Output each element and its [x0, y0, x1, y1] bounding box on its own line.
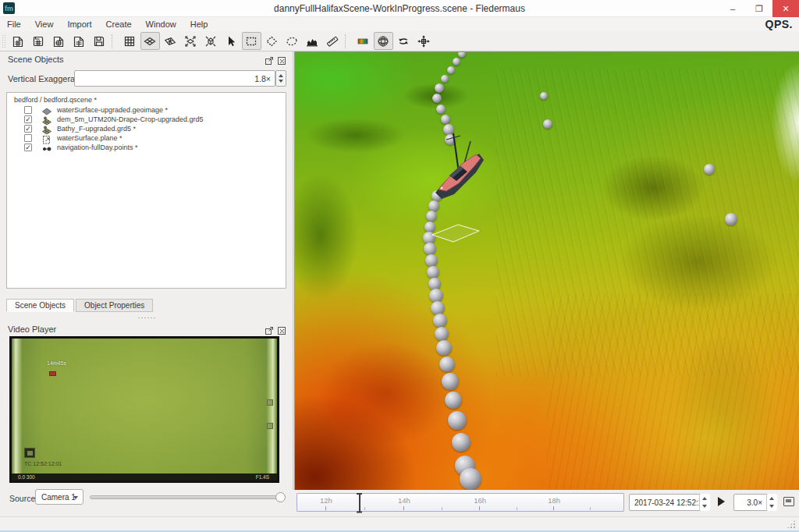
menu-view[interactable]: View: [28, 19, 61, 30]
play-button[interactable]: [718, 497, 725, 506]
stepper-up-icon[interactable]: [279, 74, 283, 77]
save-button[interactable]: [90, 32, 109, 50]
stepper-up-icon[interactable]: [702, 497, 707, 500]
dock-splitter-handle[interactable]: [137, 317, 156, 319]
stepper-down-icon[interactable]: [702, 505, 707, 508]
stepper-up-icon[interactable]: [769, 497, 774, 500]
tree-item-label[interactable]: Bathy_F-upgraded.grd5 *: [57, 125, 136, 133]
video-side-marker: [267, 399, 273, 406]
tree-item-label[interactable]: waterSurface.plane *: [57, 134, 123, 142]
tree-root-item[interactable]: bedford / bedford.qscene *: [14, 96, 97, 104]
fit-cube-button[interactable]: [201, 32, 221, 50]
chevron-down-icon: [73, 496, 78, 499]
timeline-tick-label: 14h: [396, 496, 413, 505]
pointer-tool-button[interactable]: [222, 32, 241, 50]
tab-scene-objects[interactable]: Scene Objects: [6, 299, 74, 312]
float-panel-icon[interactable]: [265, 55, 274, 64]
speed-spinbox[interactable]: 3.0×: [733, 494, 777, 511]
stepper-down-icon[interactable]: [279, 80, 283, 83]
tree-item-label[interactable]: navigation-fullDay.points *: [57, 144, 137, 151]
scene-3d-view[interactable]: [295, 51, 799, 490]
vessel-model[interactable]: [435, 133, 484, 199]
menu-create[interactable]: Create: [99, 19, 139, 30]
close-button[interactable]: ✕: [772, 0, 799, 17]
points-icon: [41, 143, 52, 157]
colormap-button[interactable]: [353, 32, 373, 50]
menu-import[interactable]: Import: [60, 19, 98, 30]
lasso-select-button[interactable]: [282, 32, 302, 50]
rectangle-select-button[interactable]: [242, 32, 261, 50]
scene-objects-tree[interactable]: bedford / bedford.qscene * waterSurface-…: [6, 92, 286, 289]
video-record-badge: [49, 371, 56, 376]
timeline-ruler[interactable]: 12h14h16h18h: [297, 493, 624, 512]
visibility-checkbox[interactable]: [24, 134, 32, 142]
toolbar-drag-handle[interactable]: [2, 34, 5, 48]
visibility-checkbox[interactable]: ✓: [24, 115, 32, 123]
tab-object-properties[interactable]: Object Properties: [76, 299, 153, 312]
tree-item-label[interactable]: waterSurface-upgraded.geoimage *: [57, 106, 168, 114]
menu-help[interactable]: Help: [183, 19, 215, 30]
datetime-stepper[interactable]: [699, 494, 710, 511]
vertical-exaggeration-stepper[interactable]: [275, 70, 286, 87]
open-scene-button[interactable]: [9, 32, 28, 50]
close-panel-icon[interactable]: [277, 325, 286, 334]
vertical-exaggeration-value[interactable]: [75, 72, 275, 87]
video-player-panel-header: Video Player: [0, 321, 293, 335]
zoom-extents-button[interactable]: [181, 32, 201, 50]
visibility-checkbox[interactable]: ✓: [24, 144, 32, 151]
main-toolbar: [0, 31, 799, 51]
timeline-minor-tick: [442, 507, 442, 510]
grid-view-button[interactable]: [120, 32, 140, 50]
attribute-table-button[interactable]: [783, 497, 794, 506]
title-bar[interactable]: fm dannyFullHalifaxScene-WorkInProgress.…: [0, 0, 799, 17]
menu-window[interactable]: Window: [139, 19, 183, 30]
datetime-spinbox[interactable]: 2017-03-24 12:52:11: [629, 494, 710, 511]
scene-objects-panel-header: Scene Objects: [0, 51, 293, 67]
resize-grip[interactable]: [787, 520, 796, 529]
tilted-surface-button[interactable]: [161, 32, 180, 50]
tree-item[interactable]: ✓ navigation-fullDay.points *: [7, 144, 286, 153]
measure-ruler-button[interactable]: [323, 32, 343, 50]
maximize-button[interactable]: ❐: [746, 0, 772, 17]
stepper-down-icon[interactable]: [769, 505, 774, 508]
qps-logo: QPS.: [765, 18, 793, 30]
timeline-minor-tick: [590, 507, 591, 510]
fledermaus-window: fm dannyFullHalifaxScene-WorkInProgress.…: [0, 0, 799, 532]
video-stats-right: F1.4S: [256, 473, 269, 481]
datetime-value[interactable]: 2017-03-24 12:52:11: [634, 498, 706, 507]
selection-diamond-outline[interactable]: [432, 225, 479, 242]
toolbar-separator: [112, 34, 117, 48]
status-strip: [0, 516, 799, 532]
speed-stepper[interactable]: [766, 494, 777, 511]
transform-object-button[interactable]: [414, 32, 434, 50]
speed-value[interactable]: 3.0×: [747, 498, 762, 507]
profile-chart-button[interactable]: [303, 32, 322, 50]
surface-view-button[interactable]: [140, 32, 160, 50]
slider-knob[interactable]: [275, 492, 286, 502]
video-stats-left: 0.0 300: [18, 473, 35, 481]
close-panel-icon[interactable]: [277, 55, 286, 64]
camera-source-select[interactable]: Camera 1: [35, 489, 83, 505]
save-scene-as-button[interactable]: [29, 32, 48, 50]
video-seek-slider[interactable]: [90, 495, 285, 499]
diamond-select-button[interactable]: [262, 32, 282, 50]
tree-item-label[interactable]: dem_5m_UTM20N-Drape-Crop-upgraded.grd5: [57, 115, 204, 123]
vertical-exaggeration-input[interactable]: [74, 70, 275, 87]
float-panel-icon[interactable]: [265, 325, 274, 334]
scene-objects-title: Scene Objects: [8, 55, 64, 64]
video-side-marker: [267, 423, 273, 429]
visibility-checkbox[interactable]: ✓: [24, 125, 32, 133]
visibility-checkbox[interactable]: [24, 106, 32, 114]
rotate-view-button[interactable]: [394, 32, 414, 50]
video-frame[interactable]: 14m45s TC 12:52:12:01 0.0 300 F1.4S: [9, 336, 279, 483]
timeline-tick-label: 16h: [471, 496, 488, 505]
timeline-playhead[interactable]: [356, 491, 363, 514]
toolbar-separator: [345, 34, 350, 48]
minimize-button[interactable]: –: [719, 0, 746, 17]
menu-bar: File View Import Create Window Help QPS.: [0, 17, 799, 31]
add-object-button[interactable]: [69, 32, 89, 50]
import-data-button[interactable]: [49, 32, 69, 50]
menu-file[interactable]: File: [0, 19, 28, 30]
time-control-bar: 12h14h16h18h 2017-03-24 12:52:11 3.0×: [295, 490, 799, 516]
wire-sphere-button[interactable]: [374, 32, 393, 50]
